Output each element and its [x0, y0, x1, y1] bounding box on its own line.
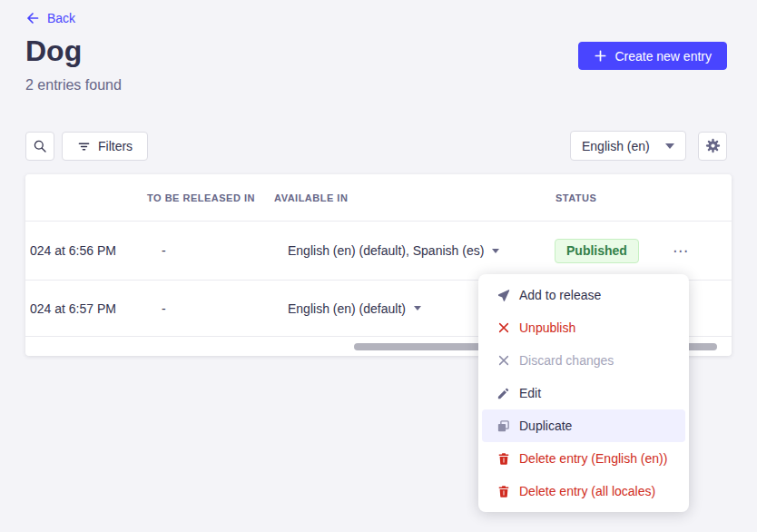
to-be-released-in-cell: -: [162, 222, 166, 280]
menu-item-label: Duplicate: [519, 419, 572, 433]
chevron-down-icon: [665, 143, 674, 149]
available-in-cell: English (en) (default), Spanish (es): [288, 222, 499, 280]
column-header-available-in: AVAILABLE IN: [274, 174, 348, 222]
column-header-status: STATUS: [555, 174, 596, 222]
duplicate-icon: [496, 419, 510, 433]
gear-icon: [705, 138, 721, 153]
trash-icon: [496, 485, 510, 498]
entries-count: 2 entries found: [25, 77, 122, 94]
menu-item-delete-entry-all-locales[interactable]: Delete entry (all locales): [482, 475, 685, 507]
menu-item-label: Edit: [519, 386, 541, 400]
column-header-to-be-released-in: TO BE RELEASED IN: [147, 174, 255, 222]
menu-item-label: Add to release: [519, 288, 601, 302]
locale-select-value: English (en): [582, 139, 650, 153]
cross-icon: [496, 354, 510, 368]
menu-item-delete-entry-english[interactable]: Delete entry (English (en)): [482, 442, 685, 475]
available-in-cell: English (en) (default): [288, 281, 421, 336]
cross-icon: [496, 321, 510, 335]
status-cell: Published: [555, 222, 639, 280]
table-header-row: TO BE RELEASED IN AVAILABLE IN STATUS: [25, 174, 732, 222]
menu-item-label: Unpublish: [519, 320, 575, 335]
trash-icon: [496, 452, 510, 466]
table-row[interactable]: 024 at 6:56 PM - English (en) (default),…: [25, 222, 732, 281]
plus-icon: [594, 49, 607, 63]
row-actions-menu: Add to release Unpublish Discard changes…: [478, 274, 689, 512]
chevron-down-icon[interactable]: [492, 249, 499, 253]
available-in-value: English (en) (default), Spanish (es): [288, 243, 484, 258]
search-icon: [33, 139, 47, 153]
menu-item-duplicate[interactable]: Duplicate: [482, 409, 685, 442]
back-label: Back: [47, 11, 75, 25]
back-link[interactable]: Back: [25, 11, 75, 25]
pencil-icon: [496, 387, 510, 400]
to-be-released-in-cell: -: [162, 281, 166, 336]
create-button-label: Create new entry: [614, 49, 712, 64]
toolbar-left: Filters: [25, 132, 148, 161]
arrow-left-icon: [25, 11, 40, 25]
filters-label: Filters: [98, 139, 133, 153]
search-button[interactable]: [25, 132, 54, 161]
row-actions-button[interactable]: ⋯: [673, 241, 689, 261]
menu-item-add-to-release[interactable]: Add to release: [482, 279, 685, 311]
menu-item-label: Discard changes: [519, 353, 614, 368]
status-badge: Published: [555, 239, 639, 263]
settings-button[interactable]: [698, 132, 727, 161]
content-manager-page: { "colors": { "accent": "#4945ff", "dang…: [0, 0, 757, 532]
page-title: Dog: [25, 34, 82, 68]
paper-plane-icon: [496, 289, 510, 302]
updated-at-cell: 024 at 6:57 PM: [30, 281, 116, 336]
menu-item-unpublish[interactable]: Unpublish: [482, 311, 685, 344]
menu-item-discard-changes: Discard changes: [482, 344, 685, 377]
filters-button[interactable]: Filters: [62, 132, 148, 161]
create-new-entry-button[interactable]: Create new entry: [578, 42, 727, 70]
locale-select[interactable]: English (en): [570, 131, 686, 161]
menu-item-label: Delete entry (all locales): [519, 484, 655, 498]
menu-item-edit[interactable]: Edit: [482, 377, 685, 409]
menu-item-label: Delete entry (English (en)): [519, 451, 667, 466]
updated-at-cell: 024 at 6:56 PM: [30, 222, 116, 280]
filter-icon: [77, 140, 91, 153]
available-in-value: English (en) (default): [288, 301, 406, 316]
toolbar-right: English (en): [570, 131, 727, 161]
chevron-down-icon[interactable]: [414, 306, 421, 310]
